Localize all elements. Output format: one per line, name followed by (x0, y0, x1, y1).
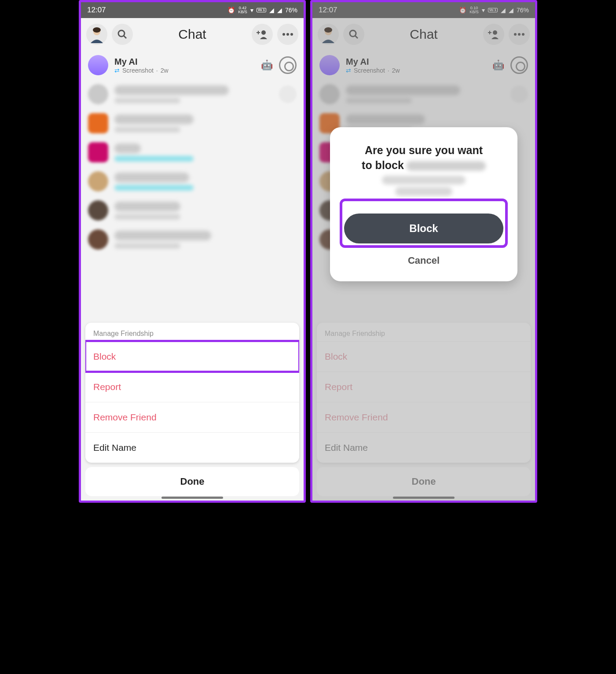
remove-friend-option[interactable]: Remove Friend (85, 402, 299, 432)
home-indicator (393, 497, 455, 499)
alarm-icon: ⏰ (227, 7, 235, 14)
svg-line-3 (124, 36, 126, 38)
block-confirm-dialog: Are you sure you want to block Block Can… (330, 127, 517, 281)
cancel-button[interactable]: Cancel (342, 245, 505, 269)
screen-manage-friendship: 12:07 ⏰ 0.42KB/S ▾ Vo 1 ◢ ◢ 76% Chat (79, 0, 306, 503)
search-button[interactable] (112, 24, 133, 45)
svg-point-2 (118, 30, 125, 37)
svg-point-7 (282, 33, 285, 36)
status-bar: 12:07 ⏰ 0.42KB/S ▾ Vo 1 ◢ ◢ 76% (81, 2, 304, 18)
wifi-icon: ▾ (250, 7, 253, 14)
screen-block-confirm: 12:07 ⏰ 0.10KB/S ▾ Vo 1 ◢ ◢ 76% Chat (310, 0, 537, 503)
status-time: 12:07 (87, 6, 106, 15)
chat-row-myai[interactable]: My AI ⇄ Screenshot · 2w 🤖 (81, 51, 304, 80)
network-speed: 0.42KB/S (238, 6, 247, 14)
signal2-icon: ◢ (277, 7, 282, 14)
report-option[interactable]: Report (85, 372, 299, 402)
chat-row[interactable] (81, 196, 304, 225)
svg-rect-6 (258, 31, 259, 34)
chat-row[interactable] (81, 80, 304, 109)
chat-row[interactable] (81, 225, 304, 254)
chat-name: My AI (114, 57, 255, 67)
profile-avatar[interactable] (86, 24, 107, 45)
page-title: Chat (178, 27, 206, 42)
avatar (88, 84, 108, 104)
avatar (88, 229, 108, 250)
more-button[interactable] (277, 24, 298, 45)
chat-header: Chat (81, 18, 304, 51)
chat-sub: ⇄ Screenshot · 2w (114, 67, 255, 74)
home-indicator (161, 497, 223, 499)
avatar (88, 113, 108, 133)
avatar (88, 200, 108, 221)
svg-point-1 (93, 27, 101, 33)
chat-row[interactable] (81, 109, 304, 138)
robot-icon: 🤖 (261, 59, 273, 71)
avatar (88, 171, 108, 192)
avatar (88, 142, 108, 162)
manage-friendship-sheet: Manage Friendship Block Report Remove Fr… (85, 323, 299, 496)
chat-row[interactable] (81, 167, 304, 196)
avatar (88, 55, 108, 75)
volte-icon: Vo 1 (257, 8, 266, 12)
svg-point-4 (261, 30, 266, 35)
chat-list: My AI ⇄ Screenshot · 2w 🤖 (81, 51, 304, 254)
done-button[interactable]: Done (85, 467, 299, 496)
signal1-icon: ◢ (269, 7, 274, 14)
svg-point-8 (286, 33, 289, 36)
dialog-message: Are you sure you want to block (342, 143, 505, 201)
sheet-title: Manage Friendship (85, 323, 299, 341)
svg-point-9 (290, 33, 293, 36)
battery-percent: 76% (285, 7, 297, 14)
highlight: Block (342, 201, 505, 245)
confirm-block-button[interactable]: Block (344, 214, 503, 243)
block-option[interactable]: Block (85, 341, 299, 372)
chat-row[interactable] (81, 138, 304, 167)
camera-icon[interactable] (279, 56, 297, 74)
add-friend-button[interactable] (252, 24, 273, 45)
edit-name-option[interactable]: Edit Name (85, 432, 299, 463)
